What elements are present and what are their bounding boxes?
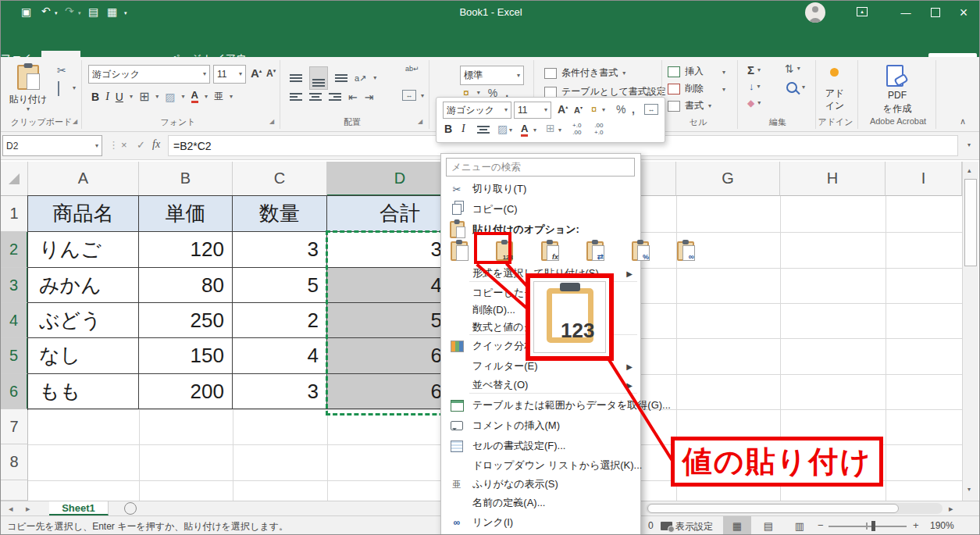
mini-font-color-dropdown-icon[interactable]: ▾	[533, 127, 536, 134]
find-select-dropdown-icon[interactable]: ▾	[802, 84, 805, 91]
cell-A5[interactable]: なし	[28, 338, 139, 374]
font-name-combo[interactable]: 游ゴシック▾	[88, 65, 210, 84]
cell-B5[interactable]: 150	[139, 338, 233, 374]
mini-borders-icon[interactable]: ⊞	[546, 123, 555, 134]
collapse-ribbon-icon[interactable]: ∧	[960, 116, 966, 127]
find-select-icon[interactable]	[786, 82, 797, 93]
borders-icon[interactable]: ⊞	[139, 91, 149, 103]
addins-icon[interactable]	[830, 68, 839, 77]
align-middle-icon[interactable]	[309, 66, 328, 90]
cell-B1[interactable]: 単価	[139, 196, 233, 232]
menu-item-get-data[interactable]: テーブルまたは範囲からデータを取得(G)...	[441, 396, 640, 415]
zoom-out-button[interactable]: −	[818, 519, 824, 531]
display-settings-icon[interactable]	[661, 522, 672, 530]
clipboard-dialog-launcher-icon[interactable]: ◢	[73, 119, 77, 125]
view-page-layout-button[interactable]: ▤	[754, 516, 782, 535]
row-header-8[interactable]: 8	[1, 444, 28, 480]
fill-color-dropdown-icon[interactable]: ▾	[182, 94, 185, 100]
wrap-text-icon[interactable]: ab↵	[405, 65, 419, 73]
copy-icon[interactable]	[58, 82, 59, 96]
autosum-icon[interactable]: Σ	[747, 63, 754, 77]
mini-font-name-combo[interactable]: 游ゴシック▾	[443, 102, 511, 119]
mini-merge-icon[interactable]: ↔	[644, 104, 658, 115]
copy-dropdown-icon[interactable]: ▾	[73, 85, 76, 91]
menu-item-format-cells[interactable]: セルの書式設定(F)...	[441, 437, 640, 455]
orientation-icon[interactable]: a↗	[355, 73, 366, 84]
cell-C5[interactable]: 4	[233, 338, 327, 374]
close-button[interactable]: ×	[953, 2, 975, 23]
cancel-formula-icon[interactable]: ×	[121, 139, 127, 151]
mini-fill-color-dropdown-icon[interactable]: ▾	[509, 127, 512, 134]
row-header-2[interactable]: 2	[1, 232, 28, 268]
new-sheet-button[interactable]	[124, 502, 137, 515]
menu-search-input[interactable]	[446, 158, 635, 177]
bold-icon[interactable]: B	[91, 91, 99, 103]
accounting-dropdown-icon[interactable]: ▾	[477, 90, 480, 96]
mini-bold-icon[interactable]: B	[444, 123, 452, 135]
zoom-slider-thumb[interactable]	[871, 521, 875, 531]
col-header-H[interactable]: H	[780, 162, 886, 196]
cell-B2[interactable]: 120	[139, 232, 233, 268]
align-top-icon[interactable]	[290, 74, 302, 82]
enter-formula-icon[interactable]: ✓	[137, 139, 145, 151]
decrease-indent-icon[interactable]: ⇤	[348, 91, 358, 102]
row-header-7[interactable]: 7	[1, 409, 28, 444]
align-bottom-icon[interactable]	[335, 74, 347, 82]
create-pdf-line1[interactable]: PDF	[872, 90, 922, 101]
minimize-button[interactable]: —	[895, 3, 917, 22]
cell-B3[interactable]: 80	[139, 268, 233, 303]
merge-dropdown-icon[interactable]: ▾	[421, 93, 424, 99]
cell-B6[interactable]: 200	[139, 374, 233, 409]
scroll-up-icon[interactable]: ▴	[968, 166, 971, 174]
horizontal-scroll-thumb[interactable]	[647, 504, 899, 513]
clear-dropdown-icon[interactable]: ▾	[757, 100, 761, 106]
zoom-level[interactable]: 190%	[930, 520, 954, 531]
font-color-icon[interactable]: A	[191, 90, 198, 103]
menu-item-dropdown-list[interactable]: ドロップダウン リストから選択(K)...	[441, 456, 640, 475]
insert-dropdown-icon[interactable]: ▾	[722, 70, 725, 76]
paste-link-icon[interactable]: ∞	[677, 241, 694, 261]
borders-dropdown-icon[interactable]: ▾	[155, 94, 159, 100]
mini-increase-decimal-icon[interactable]: +.0 .00	[572, 122, 581, 136]
fill-icon[interactable]: ↓	[749, 80, 754, 92]
ribbon-display-options-icon[interactable]: ▴	[857, 7, 868, 16]
insert-cells-button[interactable]: 挿入	[668, 65, 704, 78]
mini-align-center-icon[interactable]	[477, 126, 490, 134]
insert-function-icon[interactable]: fx	[152, 138, 160, 151]
number-format-combo[interactable]: 標準▾	[460, 66, 524, 85]
cell-A2[interactable]: りんご	[28, 232, 139, 268]
phonetic-dropdown-icon[interactable]: ▾	[230, 94, 233, 100]
cell-C4[interactable]: 2	[233, 303, 327, 338]
merge-center-icon[interactable]: ↔	[402, 90, 416, 101]
sort-filter-icon[interactable]: ⇅	[785, 63, 794, 74]
paste-transpose-icon[interactable]: ⇄	[586, 241, 604, 261]
menu-item-sort[interactable]: 並べ替え(O) ▶	[441, 376, 640, 394]
vertical-scroll-thumb[interactable]	[964, 179, 977, 266]
mini-decrease-decimal-icon[interactable]: .00 +.0	[594, 122, 603, 136]
col-header-C[interactable]: C	[233, 162, 327, 196]
cell-B4[interactable]: 250	[139, 303, 233, 338]
row-header-9-partial[interactable]	[1, 480, 28, 501]
mini-comma-icon[interactable]: ,	[632, 104, 635, 115]
underline-icon[interactable]: U	[116, 91, 123, 103]
scroll-down-icon[interactable]: ▾	[968, 487, 971, 493]
cell-A1[interactable]: 商品名	[28, 196, 139, 232]
select-all-corner[interactable]	[1, 162, 28, 196]
underline-dropdown-icon[interactable]: ▾	[130, 94, 133, 100]
increase-indent-icon[interactable]: ⇥	[365, 91, 374, 102]
grow-font-icon[interactable]: A▴	[251, 66, 262, 80]
mini-borders-dropdown-icon[interactable]: ▾	[558, 127, 561, 134]
horizontal-scrollbar[interactable]	[646, 503, 943, 514]
paste-formatting-icon[interactable]: %	[632, 241, 649, 261]
menu-item-define-name[interactable]: 名前の定義(A)...	[441, 494, 640, 512]
view-page-break-button[interactable]: ▥	[786, 516, 814, 535]
cell-A3[interactable]: みかん	[28, 268, 139, 303]
italic-icon[interactable]: I	[105, 91, 109, 103]
sheet-nav-right-icon[interactable]: ▸	[26, 504, 30, 514]
account-avatar[interactable]	[805, 2, 825, 23]
font-color-dropdown-icon[interactable]: ▾	[205, 94, 208, 100]
menu-item-insert-comment[interactable]: コメントの挿入(M)	[441, 416, 640, 435]
mini-percent-icon[interactable]: %	[616, 104, 625, 115]
mini-accounting-icon[interactable]: ¤	[591, 103, 597, 115]
phonetic-icon[interactable]: 亜	[214, 90, 223, 103]
